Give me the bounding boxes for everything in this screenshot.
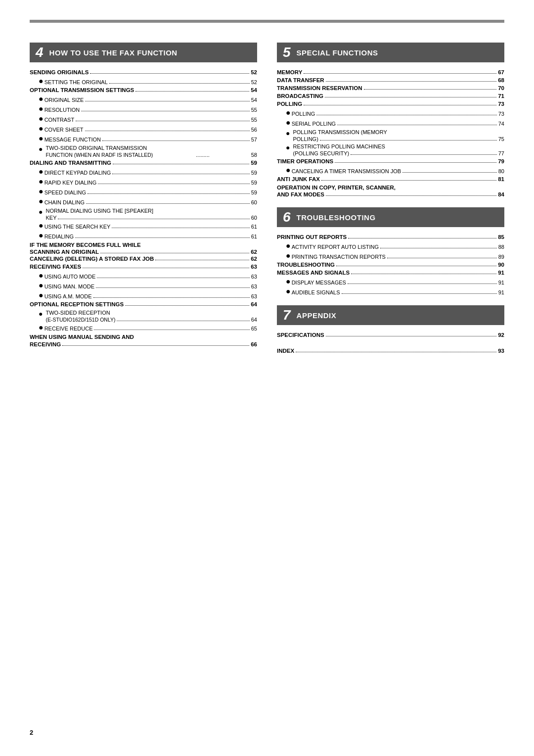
entry-label-line1: TWO-SIDED RECEPTION xyxy=(45,309,257,317)
dots xyxy=(81,111,250,111)
index-page: 93 xyxy=(498,348,504,354)
toc-entry: BROADCASTING 71 xyxy=(277,93,504,99)
entry-page: 89 xyxy=(498,254,504,260)
entry-page: 54 xyxy=(251,87,257,93)
toc-entry: MESSAGES AND SIGNALS 91 xyxy=(277,270,504,276)
entry-page: 63 xyxy=(251,274,257,280)
toc-right-6: PRINTING OUT REPORTS 85 ● ACTIVITY REPOR… xyxy=(277,234,504,295)
entry-page: 77 xyxy=(498,150,504,156)
entry-label: COVER SHEET xyxy=(44,127,84,133)
entry-label: ACTIVITY REPORT AUTO LISTING xyxy=(292,244,379,250)
entry-page: 80 xyxy=(498,168,504,174)
index-entry: INDEX 93 xyxy=(277,348,504,354)
entry-label: PRINTING OUT REPORTS xyxy=(277,234,347,240)
dots xyxy=(102,141,250,141)
entry-page: 61 xyxy=(251,234,257,239)
dots xyxy=(380,248,497,248)
dots xyxy=(335,162,496,163)
entry-label: BROADCASTING xyxy=(277,93,323,99)
sub-bullet: ● xyxy=(39,324,44,331)
entry-label: RAPID KEY DIALING xyxy=(44,180,97,186)
entry-page: 55 xyxy=(251,117,257,123)
entry-label-line1: POLLING TRANSMISSION (MEMORY xyxy=(293,129,504,136)
entry-label: SERIAL POLLING xyxy=(292,121,336,127)
toc-sub-multiline: ● POLLING TRANSMISSION (MEMORY POLLING) … xyxy=(286,129,504,142)
section6-title: TROUBLESHOOTING xyxy=(297,213,376,222)
entry-label: OPTIONAL RECEPTION SETTINGS xyxy=(30,301,124,307)
entry-page: 65 xyxy=(251,326,257,331)
entry-label: SPECIFICATIONS xyxy=(277,332,324,338)
section4-header: 4 HOW TO USE THE FAX FUNCTION xyxy=(30,43,257,62)
toc-sub-multiline: ● TWO-SIDED ORIGINAL TRANSMISSION FUNCTI… xyxy=(39,144,257,158)
sub-bullet: ● xyxy=(39,291,44,299)
dots xyxy=(342,293,497,294)
entry-label: MEMORY xyxy=(277,69,302,75)
dots xyxy=(85,101,249,101)
section7-number: 7 xyxy=(283,308,291,322)
dots xyxy=(304,105,496,105)
toc-entry: OPTIONAL TRANSMISSION SETTINGS 54 xyxy=(30,87,257,93)
entry-label: DATA TRANSFER xyxy=(277,77,324,83)
dots xyxy=(85,131,250,131)
sub-bullet: ● xyxy=(286,278,291,285)
dots xyxy=(348,238,496,238)
entry-label-line1: NORMAL DIALING USING THE [SPEAKER] xyxy=(45,207,257,215)
toc-right-5: MEMORY 67 DATA TRANSFER 68 TRANSMISSION … xyxy=(277,69,504,197)
toc-sub-entry: ● ACTIVITY REPORT AUTO LISTING 88 xyxy=(286,242,504,250)
entry-page: 91 xyxy=(498,289,504,295)
dots xyxy=(98,184,250,184)
entry-label: TRANSMISSION RESERVATION xyxy=(277,85,362,91)
page: 4 HOW TO USE THE FAX FUNCTION SENDING OR… xyxy=(0,0,534,756)
sub-bullet: ● xyxy=(39,115,44,123)
entry-label: ORIGINAL SIZE xyxy=(44,97,84,103)
entry-label: USING A.M. MODE xyxy=(44,293,92,299)
dots xyxy=(351,274,496,274)
toc-entry: CANCELING (DELETING) A STORED FAX JOB 62 xyxy=(30,256,257,262)
entry-page: 56 xyxy=(251,127,257,133)
entry-page: 59 xyxy=(251,180,257,186)
dots xyxy=(76,121,250,121)
entry-label-line1: TWO-SIDED ORIGINAL TRANSMISSION xyxy=(45,144,257,152)
dots xyxy=(90,73,249,74)
entry-page: 59 xyxy=(251,189,257,195)
toc-entry: MEMORY 67 xyxy=(277,69,504,75)
toc-sub-multiline: ● RESTRICTING POLLING MACHINES (POLLING … xyxy=(286,143,504,156)
dots xyxy=(100,253,249,253)
entry-page: 52 xyxy=(251,69,257,75)
dots xyxy=(326,81,497,82)
entry-label: MESSAGES AND SIGNALS xyxy=(277,270,350,276)
entry-label: TIMER OPERATIONS xyxy=(277,158,333,164)
toc-entry: DATA TRANSFER 68 xyxy=(277,77,504,83)
entry-page: 58 xyxy=(251,152,257,158)
section6-header: 6 TROUBLESHOOTING xyxy=(277,207,504,227)
dots xyxy=(88,193,250,194)
top-bar xyxy=(30,20,504,23)
toc-main-multiline: OPERATION IN COPY, PRINTER, SCANNER, AND… xyxy=(277,184,504,198)
entry-page: 66 xyxy=(251,341,257,347)
toc-entry: TROUBLESHOOTING 90 xyxy=(277,262,504,268)
toc-sub-entry: ● CONTRAST 55 xyxy=(39,115,257,123)
sub-bullet: ● xyxy=(286,166,291,174)
toc-sub-multiline: ● TWO-SIDED RECEPTION (e-STUDIO162D/151D… xyxy=(39,309,257,323)
sub-bullet: ● xyxy=(39,77,44,85)
entry-label-line2: POLLING) xyxy=(293,136,318,142)
entry-label: PRINTING TRANSACTION REPORTS xyxy=(292,254,386,260)
entry-label: OPTIONAL TRANSMISSION SETTINGS xyxy=(30,87,134,93)
toc-entry: RECEIVING FAXES 63 xyxy=(30,264,257,270)
dots xyxy=(402,172,497,173)
sub-bullet: ● xyxy=(39,135,44,142)
entry-page: 68 xyxy=(498,77,504,83)
entry-page: 79 xyxy=(498,158,504,164)
dots xyxy=(58,219,249,219)
entry-label-line2: AND FAX MODES xyxy=(277,191,324,197)
dots xyxy=(113,164,249,164)
entry-page: 63 xyxy=(251,293,257,299)
section6-block: 6 TROUBLESHOOTING PRINTING OUT REPORTS 8… xyxy=(277,207,504,295)
dots xyxy=(112,228,249,228)
entry-page: 81 xyxy=(498,176,504,182)
sub-bullet: ● xyxy=(39,282,44,289)
toc-sub-entry: ● REDIALING 61 xyxy=(39,232,257,239)
entry-label: SETTING THE ORIGINAL xyxy=(44,79,108,85)
sub-bullet: ● xyxy=(39,144,43,153)
entry-page: 60 xyxy=(251,199,257,205)
